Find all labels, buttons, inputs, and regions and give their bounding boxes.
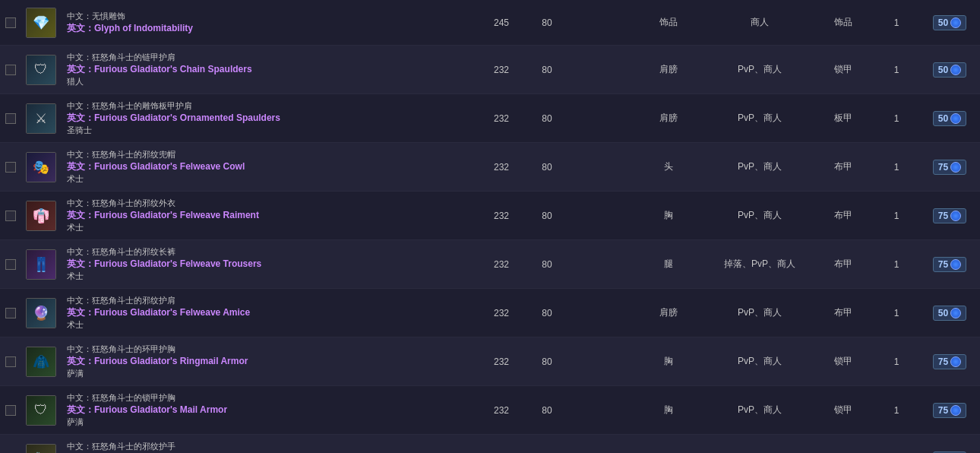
item-class: 萨满 [67, 368, 473, 379]
item-cost: 50 [919, 15, 980, 30]
item-slot: 肩膀 [631, 63, 707, 76]
item-class: 术士 [67, 173, 473, 185]
item-name-en[interactable]: 英文：Furious Gladiator's Felweave Amice [67, 306, 473, 319]
item-count: 1 [874, 356, 919, 367]
item-slot: 腿 [631, 258, 707, 271]
item-count: 1 [874, 65, 919, 75]
item-count: 1 [874, 162, 919, 173]
honor-icon [950, 65, 961, 75]
item-slot: 胸 [631, 209, 707, 222]
item-icon-img: 🎭 [27, 153, 55, 182]
item-type: 锁甲 [813, 355, 874, 368]
item-icon-col: 💎 [21, 8, 61, 38]
item-name-col: 中文：狂怒角斗士的邪纹外衣 英文：Furious Gladiator's Fel… [61, 195, 479, 236]
item-class: 术士 [67, 271, 473, 282]
checkbox[interactable] [5, 308, 16, 318]
item-name-zh: 中文：狂怒角斗士的邪纹长裤 [67, 246, 473, 258]
cost-value: 75 [933, 403, 966, 418]
item-slot: 肩膀 [631, 306, 707, 319]
item-type: 布甲 [813, 209, 874, 222]
item-class: 萨满 [67, 417, 473, 428]
item-icon: 👖 [26, 249, 56, 280]
item-icon-img: 🛡 [27, 396, 55, 425]
item-cost: 75 [919, 354, 980, 369]
checkbox[interactable] [5, 356, 16, 367]
item-icon-img: ⚔ [27, 104, 55, 133]
item-name-en[interactable]: 英文：Furious Gladiator's Ringmail Armor [67, 355, 473, 368]
item-name-zh: 中文：狂怒角斗士的环甲护胸 [67, 344, 473, 355]
item-icon-col: 🛡 [21, 55, 61, 85]
item-ilvl: 232 [479, 113, 524, 124]
item-type: 布甲 [813, 306, 874, 319]
item-source: PvP、商人 [707, 112, 813, 125]
cost-value: 75 [933, 257, 966, 272]
item-name-col: 中文：狂怒角斗士的锁甲护胸 英文：Furious Gladiator's Mai… [61, 389, 479, 431]
item-name-col: 中文：狂怒角斗士的环甲护胸 英文：Furious Gladiator's Rin… [61, 341, 479, 382]
item-ilvl: 232 [479, 405, 524, 416]
item-slot: 胸 [631, 404, 707, 417]
item-icon-img: 👘 [27, 201, 55, 230]
items-table: 💎 中文：无惧雕饰 英文：Glyph of Indomitability 245… [0, 0, 980, 453]
checkbox[interactable] [5, 65, 16, 75]
item-count: 1 [874, 259, 919, 270]
item-name-en[interactable]: 英文：Furious Gladiator's Felweave Raiment [67, 209, 473, 222]
item-slot: 胸 [631, 355, 707, 368]
item-ilvl: 232 [479, 162, 524, 173]
item-name-zh: 中文：狂怒角斗士的邪纹外衣 [67, 198, 473, 209]
item-name-en[interactable]: 英文：Furious Gladiator's Felweave Cowl [67, 160, 473, 173]
checkbox[interactable] [5, 113, 16, 124]
item-name-en[interactable]: 英文：Furious Gladiator's Felweave Trousers [67, 258, 473, 271]
item-count: 1 [874, 308, 919, 318]
table-row: ⚔ 中文：狂怒角斗士的雕饰板甲护肩 英文：Furious Gladiator's… [0, 94, 980, 143]
item-name-zh: 中文：狂怒角斗士的邪纹兜帽 [67, 149, 473, 160]
item-type: 饰品 [813, 16, 874, 29]
honor-icon [950, 405, 961, 416]
item-name-en[interactable]: 英文：Furious Gladiator's Chain Spaulders [67, 63, 473, 76]
item-cost: 75 [919, 257, 980, 272]
item-name-col: 中文：狂怒角斗士的邪纹长裤 英文：Furious Gladiator's Fel… [61, 243, 479, 285]
checkbox[interactable] [5, 259, 16, 270]
item-ilvl: 232 [479, 211, 524, 221]
item-class: 猎人 [67, 76, 473, 87]
honor-icon [950, 113, 961, 124]
item-source: PvP、商人 [707, 209, 813, 222]
item-name-zh: 中文：狂怒角斗士的邪纹护肩 [67, 295, 473, 306]
honor-icon [950, 308, 961, 318]
checkbox[interactable] [5, 211, 16, 221]
cost-value: 50 [933, 306, 966, 321]
item-level: 80 [524, 405, 570, 416]
item-slot: 肩膀 [631, 112, 707, 125]
item-name-zh: 中文：狂怒角斗士的雕饰板甲护肩 [67, 100, 473, 112]
item-ilvl: 232 [479, 65, 524, 75]
item-level: 80 [524, 65, 570, 75]
item-class: 术士 [67, 222, 473, 233]
item-slot: 饰品 [631, 16, 707, 29]
checkbox[interactable] [5, 405, 16, 416]
item-name-en[interactable]: 英文：Glyph of Indomitability [67, 22, 473, 35]
item-icon: 💎 [26, 8, 56, 38]
item-name-zh: 中文：狂怒角斗士的链甲护肩 [67, 52, 473, 63]
row-checkbox-col [0, 113, 21, 124]
item-icon-img: 🧤 [27, 445, 55, 454]
honor-icon [950, 259, 961, 270]
item-name-en[interactable]: 英文：Furious Gladiator's Ornamented Spauld… [67, 112, 473, 125]
item-icon: 🛡 [26, 395, 56, 426]
item-icon-col: ⚔ [21, 103, 61, 134]
item-type: 布甲 [813, 160, 874, 173]
row-checkbox-col [0, 162, 21, 173]
table-row: 🧥 中文：狂怒角斗士的环甲护胸 英文：Furious Gladiator's R… [0, 337, 980, 386]
item-icon-img: 🛡 [27, 55, 55, 84]
table-row: 💎 中文：无惧雕饰 英文：Glyph of Indomitability 245… [0, 0, 980, 46]
item-icon: 🧥 [26, 347, 56, 377]
item-icon-img: 👖 [27, 250, 55, 279]
honor-icon [950, 356, 961, 367]
checkbox[interactable] [5, 162, 16, 173]
checkbox[interactable] [5, 17, 16, 28]
row-checkbox-col [0, 17, 21, 28]
item-name-col: 中文：无惧雕饰 英文：Glyph of Indomitability [61, 8, 479, 38]
item-level: 80 [524, 17, 570, 28]
item-name-en[interactable]: 英文：Furious Gladiator's Mail Armor [67, 404, 473, 417]
item-name-col: 中文：狂怒角斗士的邪纹护手 英文：Furious Gladiator's Fel… [61, 438, 479, 453]
item-count: 1 [874, 113, 919, 124]
item-level: 80 [524, 308, 570, 318]
